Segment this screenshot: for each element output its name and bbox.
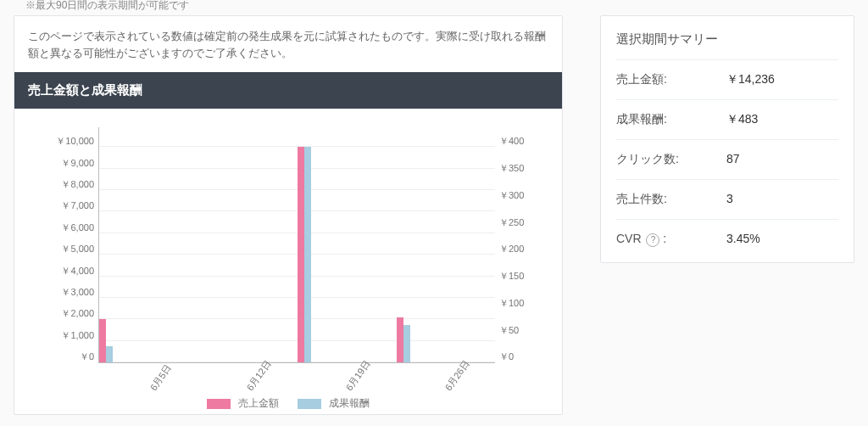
y-left-tick: ￥7,000 xyxy=(40,199,94,212)
y-right-tick: ￥250 xyxy=(499,216,537,228)
x-tick: 6月26日 xyxy=(442,358,472,394)
y-left-tick: ￥6,000 xyxy=(40,221,94,233)
bar-sales xyxy=(298,147,304,362)
summary-value: 87 xyxy=(726,152,740,167)
summary-row: 売上件数:3 xyxy=(616,179,838,219)
summary-title: 選択期間サマリー xyxy=(616,31,838,48)
chart-title: 売上金額と成果報酬 xyxy=(14,72,562,109)
bar-sales xyxy=(99,319,106,362)
summary-row: 成果報酬:￥483 xyxy=(616,99,838,139)
chart-legend: 売上金額 成果報酬 xyxy=(14,396,562,411)
x-tick: 6月5日 xyxy=(147,362,175,394)
chart-plot xyxy=(98,127,495,363)
y-left-tick: ￥2,000 xyxy=(40,307,94,320)
legend-label-reward: 成果報酬 xyxy=(329,397,370,409)
legend-swatch-reward xyxy=(298,399,321,409)
y-right-tick: ￥200 xyxy=(499,243,537,255)
y-right-tick: ￥100 xyxy=(499,296,537,309)
y-left-tick: ￥3,000 xyxy=(40,286,94,299)
y-left-tick: ￥9,000 xyxy=(40,156,94,169)
y-right-tick: ￥0 xyxy=(499,350,537,363)
summary-value: 3 xyxy=(726,192,733,207)
help-icon[interactable]: ? xyxy=(646,233,659,247)
y-right-tick: ￥50 xyxy=(499,323,537,336)
y-left-tick: ￥1,000 xyxy=(40,328,94,341)
summary-value: ￥14,236 xyxy=(726,72,775,87)
estimate-disclaimer: このページで表示されている数値は確定前の発生成果を元に試算されたものです。実際に… xyxy=(14,16,562,72)
y-left-tick: ￥4,000 xyxy=(40,264,94,277)
y-right-tick: ￥350 xyxy=(499,162,537,175)
summary-key: 成果報酬: xyxy=(616,112,726,127)
summary-row: 売上金額:￥14,236 xyxy=(616,59,838,99)
bar-reward xyxy=(106,346,113,362)
max-period-note: ※最大90日間の表示期間が可能です xyxy=(25,0,189,13)
chart-area: 売上金額 成果報酬 ￥0￥1,000￥2,000￥3,000￥4,000￥5,0… xyxy=(14,109,562,414)
legend-swatch-sales xyxy=(207,399,231,409)
y-left-tick: ￥5,000 xyxy=(40,243,94,255)
summary-key: 売上金額: xyxy=(616,72,726,87)
summary-panel: 選択期間サマリー 売上金額:￥14,236成果報酬:￥483クリック数:87売上… xyxy=(600,15,854,263)
y-right-tick: ￥400 xyxy=(499,135,537,148)
sales-chart-card: このページで表示されている数値は確定前の発生成果を元に試算されたものです。実際に… xyxy=(14,15,563,415)
x-tick: 6月12日 xyxy=(244,358,274,394)
summary-value: ￥483 xyxy=(726,112,758,127)
y-left-tick: ￥8,000 xyxy=(40,178,94,191)
bar-sales xyxy=(397,317,403,362)
bar-reward xyxy=(304,147,311,362)
summary-row: クリック数:87 xyxy=(616,139,838,179)
summary-row: CVR ? :3.45% xyxy=(616,219,838,259)
summary-key: 売上件数: xyxy=(616,192,726,207)
bar-reward xyxy=(403,325,410,362)
legend-label-sales: 売上金額 xyxy=(238,397,279,409)
y-left-tick: ￥10,000 xyxy=(40,135,94,148)
y-right-tick: ￥300 xyxy=(499,188,537,201)
y-left-tick: ￥0 xyxy=(40,350,94,363)
x-tick: 6月19日 xyxy=(343,358,373,394)
summary-key: クリック数: xyxy=(616,152,726,167)
y-right-tick: ￥150 xyxy=(499,270,537,283)
summary-key: CVR ? : xyxy=(616,232,726,247)
summary-value: 3.45% xyxy=(726,232,760,247)
